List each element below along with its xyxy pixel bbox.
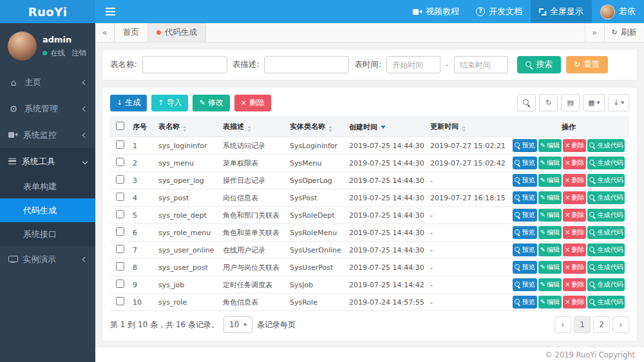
row-delete-button[interactable]: ×删除 [563,191,586,204]
row-checkbox[interactable] [116,245,124,253]
generate-button[interactable]: ↓ 生成 [110,95,147,111]
row-checkbox[interactable] [116,297,124,305]
row-edit-button[interactable]: ✎编辑 [538,209,562,222]
row-preview-button[interactable]: 预览 [513,174,537,187]
column-entity-name[interactable]: 实体类名称 [287,117,346,137]
table-desc-input[interactable] [264,56,349,73]
row-delete-button[interactable]: ×删除 [563,226,586,239]
row-preview-button[interactable]: 预览 [513,261,537,274]
row-delete-button[interactable]: ×删除 [563,157,586,169]
table-name-input[interactable] [142,56,227,73]
row-entity-name: SysLogininfor [287,137,346,155]
nav-user-menu[interactable]: 若依 [592,0,644,23]
row-generate-code-button[interactable]: 生成代码 [587,261,625,274]
refresh-table-button[interactable]: ↻ [539,94,558,111]
row-preview-button[interactable]: 预览 [513,157,537,169]
row-preview-button[interactable]: 预览 [513,139,537,152]
page-size-select[interactable]: 10 ▾ [223,316,252,333]
start-time-input[interactable] [386,56,440,73]
row-preview-button[interactable]: 预览 [513,243,537,256]
row-table-name: sys_role_menu [155,224,220,242]
page-2-button[interactable]: 2 [593,316,610,333]
export-button[interactable]: ↓ ▾ [608,94,629,111]
select-all-checkbox[interactable] [116,122,124,130]
sidebar-item-system-management[interactable]: ⚙ 系统管理 [0,95,95,122]
row-edit-button[interactable]: ✎编辑 [538,139,562,152]
tab-code-generation[interactable]: 代码生成 [148,23,206,42]
modify-button[interactable]: ✎ 修改 [193,95,229,111]
nav-fullscreen[interactable]: 全屏显示 [531,0,592,23]
app-logo[interactable]: RuoYi [0,0,95,23]
row-generate-code-button[interactable]: 生成代码 [587,139,625,152]
row-generate-code-button[interactable]: 生成代码 [587,157,625,169]
row-checkbox[interactable] [116,210,124,218]
search-button[interactable]: 搜索 [517,56,561,73]
sidebar-item-code-generation[interactable]: 代码生成 [0,198,95,222]
row-delete-button[interactable]: ×删除 [563,278,586,291]
row-delete-button[interactable]: ×删除 [563,209,586,222]
row-delete-button[interactable]: ×删除 [563,261,586,274]
column-table-desc[interactable]: 表描述 [220,117,287,137]
nav-dev-docs[interactable]: 开发文档 [468,0,531,23]
row-checkbox[interactable] [116,227,124,236]
row-delete-button[interactable]: ×删除 [563,174,586,187]
row-preview-button[interactable]: 预览 [513,296,537,309]
row-generate-code-button[interactable]: 生成代码 [587,191,625,204]
tab-refresh-button[interactable]: ↻ 刷新 [604,23,644,42]
row-preview-button[interactable]: 预览 [513,278,537,291]
prev-page-button[interactable]: ‹ [554,316,571,333]
row-generate-code-button[interactable]: 生成代码 [587,243,625,256]
row-edit-button[interactable]: ✎编辑 [538,226,562,239]
row-generate-code-button[interactable]: 生成代码 [587,174,625,187]
column-updated-time[interactable]: 更新时间 [427,117,508,137]
logout-link[interactable]: 注销 [71,48,86,58]
row-edit-button[interactable]: ✎编辑 [538,296,562,309]
row-edit-button[interactable]: ✎编辑 [538,243,562,256]
page-1-button[interactable]: 1 [574,316,591,333]
row-generate-code-button[interactable]: 生成代码 [587,209,625,222]
column-created-time[interactable]: 创建时间 [346,117,427,137]
row-checkbox[interactable] [116,280,124,288]
row-delete-button[interactable]: ×删除 [563,243,586,256]
sidebar-toggle-button[interactable] [95,0,125,23]
columns-button[interactable]: ▦ ▾ [583,94,605,111]
row-generate-code-button[interactable]: 生成代码 [587,296,625,309]
row-edit-button[interactable]: ✎编辑 [538,278,562,291]
sidebar-item-demo[interactable]: 实例演示 [0,246,95,272]
next-page-button[interactable]: › [612,316,629,333]
row-checkbox[interactable] [116,193,124,201]
row-generate-code-button[interactable]: 生成代码 [587,278,625,291]
row-edit-button[interactable]: ✎编辑 [538,191,562,204]
row-generate-code-button[interactable]: 生成代码 [587,226,625,239]
row-delete-button[interactable]: ×删除 [563,296,586,309]
import-button[interactable]: ↑ 导入 [151,95,188,111]
user-avatar[interactable] [8,32,37,61]
tabs-scroll-left-button[interactable]: « [95,23,115,42]
sidebar-item-system-api[interactable]: 系统接口 [0,222,95,246]
tab-home[interactable]: 首页 [115,23,148,42]
row-delete-button[interactable]: ×删除 [563,139,586,152]
sidebar-item-home[interactable]: ⌂ 主页 [0,69,95,95]
row-edit-button[interactable]: ✎编辑 [538,157,562,169]
end-time-input[interactable] [454,56,508,73]
reset-button[interactable]: ↻ 重置 [566,56,608,73]
nav-video-tutorial[interactable]: 视频教程 [404,0,468,23]
toggle-view-button[interactable]: ▤ [561,94,580,111]
sidebar-item-system-monitor[interactable]: 系统监控 [0,122,95,148]
row-checkbox[interactable] [116,262,124,271]
row-preview-button[interactable]: 预览 [513,191,537,204]
row-checkbox[interactable] [116,140,124,149]
row-updated-time: 2019-07-27 15:02:21 [427,137,508,155]
row-preview-button[interactable]: 预览 [513,209,537,222]
tabs-scroll-right-button[interactable]: » [585,23,604,42]
row-checkbox[interactable] [116,175,124,184]
row-checkbox[interactable] [116,158,124,166]
delete-button[interactable]: × 删除 [234,95,271,111]
toggle-search-button[interactable] [517,94,536,111]
column-table-name[interactable]: 表名称 [155,117,220,137]
row-edit-button[interactable]: ✎编辑 [538,174,562,187]
sidebar-item-system-tools[interactable]: 系统工具 [0,148,95,175]
row-preview-button[interactable]: 预览 [513,226,537,239]
sidebar-item-form-builder[interactable]: 表单构建 [0,175,95,198]
row-edit-button[interactable]: ✎编辑 [538,261,562,274]
